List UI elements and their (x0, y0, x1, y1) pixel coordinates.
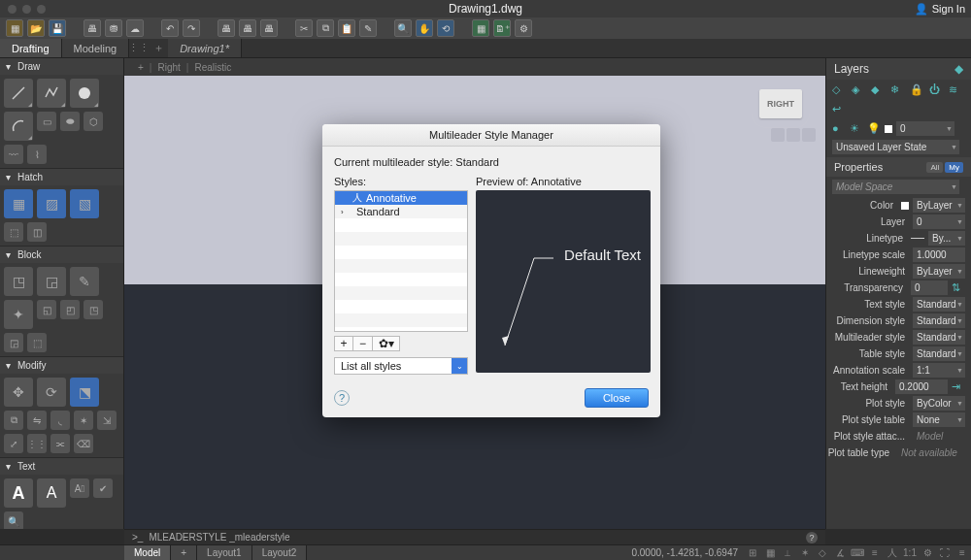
prop-mleaderstyle-value[interactable]: Standard▼ (913, 330, 965, 345)
array-tool-icon[interactable]: ⋮⋮ (27, 434, 47, 453)
style-row-annotative[interactable]: 人Annotative (335, 191, 467, 205)
prop-tablestyle-value[interactable]: Standard▼ (913, 346, 965, 361)
layer-new-icon[interactable]: ◇ (832, 83, 846, 97)
gradient-tool-icon[interactable]: ▨ (37, 189, 66, 218)
find-text-icon[interactable]: 🔍 (4, 511, 23, 529)
zoom-extents-icon[interactable]: 🔍 (394, 19, 412, 37)
status-menu-icon[interactable]: ≡ (954, 546, 970, 560)
polygon-tool-icon[interactable]: ⬡ (84, 112, 103, 131)
polyline-tool-icon[interactable] (37, 79, 66, 108)
command-help-icon[interactable]: ? (806, 532, 818, 544)
mirror-tool-icon[interactable]: ⇋ (27, 411, 47, 430)
properties-scope[interactable]: Model Space▼ (832, 180, 959, 194)
stretch-tool-icon[interactable]: ⇲ (97, 411, 117, 430)
copy-icon[interactable]: ⧉ (317, 19, 334, 37)
layer-iso-icon[interactable]: ◆ (871, 83, 885, 97)
visual-style-label[interactable]: Realistic (194, 62, 231, 73)
layer-lock-icon[interactable]: 🔒 (910, 83, 923, 97)
prop-lineweight-value[interactable]: ByLayer▼ (913, 264, 965, 279)
layers-panel-header[interactable]: Layers ◆ (826, 58, 971, 80)
dialog-close-button[interactable]: Close (585, 388, 649, 408)
layer-prev-icon[interactable]: ↩ (832, 103, 846, 116)
offset-tool-icon[interactable]: ⫘ (50, 434, 70, 453)
tab-grip-icon[interactable]: ⋮⋮ (129, 39, 149, 57)
boundary-tool-icon[interactable]: ▧ (70, 189, 99, 218)
document-tab-drawing1[interactable]: Drawing1* (168, 39, 242, 57)
layout-tab-model[interactable]: Model (124, 545, 171, 560)
line-tool-icon[interactable] (4, 79, 33, 108)
rotate-tool-icon[interactable]: ⟳ (37, 378, 66, 407)
cloud-icon[interactable]: ☁ (126, 19, 144, 37)
hatch-tool-icon[interactable]: ▦ (4, 189, 33, 218)
layer-bulb-icon[interactable]: 💡 (867, 122, 881, 136)
block-d-icon[interactable]: ◲ (4, 333, 23, 352)
mtext-tool-icon[interactable]: A (4, 478, 33, 508)
arc-tool-icon[interactable] (4, 112, 33, 141)
prop-linetype-value[interactable]: By...▼ (928, 231, 965, 246)
layer-sun-icon[interactable]: ☀ (850, 122, 863, 136)
undo-icon[interactable]: ↶ (161, 19, 179, 37)
viewport-menu-icon[interactable]: + (138, 62, 144, 73)
insert-block-icon[interactable]: ◳ (4, 267, 33, 296)
open-icon[interactable]: 📂 (27, 19, 45, 37)
edit-block-icon[interactable]: ✎ (70, 267, 99, 296)
prop-color-value[interactable]: ByLayer▼ (913, 198, 965, 213)
prop-dimstyle-value[interactable]: Standard▼ (913, 313, 965, 328)
new-icon[interactable]: ▦ (6, 19, 23, 37)
block-attr-icon[interactable]: ✦ (4, 300, 33, 329)
styles-list[interactable]: 人Annotative ›Standard (334, 190, 468, 332)
status-gear-icon[interactable]: ⚙ (920, 546, 935, 560)
prop-transparency-value[interactable]: 0 (911, 280, 948, 295)
textheight-edit-icon[interactable]: ⇥ (952, 380, 965, 394)
status-polar-icon[interactable]: ✶ (797, 546, 813, 560)
wipeout-tool-icon[interactable]: ◫ (27, 222, 47, 242)
prop-plotstyle-value[interactable]: ByColor▼ (913, 396, 965, 411)
view-direction-label[interactable]: Right (157, 62, 180, 73)
current-layer-dropdown[interactable]: 0▼ (896, 121, 954, 136)
block-a-icon[interactable]: ◱ (37, 300, 56, 319)
tab-drafting[interactable]: Drafting (0, 39, 62, 57)
paste-icon[interactable]: 📋 (338, 19, 355, 37)
layer-off-icon[interactable]: ⏻ (929, 83, 943, 97)
save-icon[interactable]: 💾 (49, 19, 66, 37)
fillet-tool-icon[interactable]: ◟ (50, 411, 70, 430)
block-c-icon[interactable]: ◳ (84, 300, 103, 319)
tab-modeling[interactable]: Modeling (62, 39, 130, 57)
online-options-icon[interactable]: ⛃ (105, 19, 122, 37)
close-window-icon[interactable] (8, 5, 17, 14)
navigation-bar[interactable] (771, 128, 816, 142)
status-osnap-icon[interactable]: ◇ (815, 546, 830, 560)
status-maximize-icon[interactable]: ⛶ (937, 546, 953, 560)
properties-filter-all[interactable]: All (926, 162, 943, 173)
status-otrack-icon[interactable]: ∡ (832, 546, 848, 560)
render-icon[interactable]: ▦ (472, 19, 489, 37)
batch-plot-icon[interactable]: 🖶 (239, 19, 256, 37)
settings-icon[interactable]: ⚙ (515, 19, 532, 37)
style-row-standard[interactable]: ›Standard (335, 205, 467, 218)
viewcube[interactable]: RIGHT (759, 89, 802, 118)
copy-tool-icon[interactable]: ⧉ (4, 411, 23, 430)
add-style-button[interactable]: + (334, 336, 353, 351)
move-tool-icon[interactable]: ✥ (4, 378, 33, 407)
trim-tool-icon[interactable]: ⬔ (70, 378, 99, 407)
zoom-window-icon[interactable] (37, 5, 46, 14)
layer-swatch-icon[interactable] (885, 125, 892, 133)
plot-preview-icon[interactable]: 🖶 (84, 19, 101, 37)
orbit-icon[interactable]: ⟲ (437, 19, 454, 37)
tab-add-icon[interactable]: ＋ (149, 39, 168, 57)
status-ortho-icon[interactable]: ⟂ (780, 546, 795, 560)
match-icon[interactable]: ✎ (359, 19, 377, 37)
layout-tab-layout2[interactable]: Layout2 (252, 545, 308, 560)
text-style-icon[interactable]: Aͣ (70, 478, 89, 498)
text-tool-icon[interactable]: A (37, 478, 66, 508)
prop-ltscale-value[interactable]: 1.0000 (913, 247, 965, 262)
minimize-window-icon[interactable] (22, 5, 31, 14)
spline-tool-icon[interactable]: 〰 (4, 145, 23, 164)
style-options-button[interactable]: ✿▾ (373, 336, 400, 351)
remove-style-button[interactable]: − (353, 336, 373, 351)
sign-in-button[interactable]: 👤 Sign In (915, 3, 965, 16)
layers-menu-icon[interactable]: ◆ (954, 62, 963, 76)
layout-tab-add[interactable]: + (171, 545, 197, 560)
prop-plottable-value[interactable]: None▼ (913, 412, 965, 427)
page-setup-icon[interactable]: 🖶 (260, 19, 278, 37)
